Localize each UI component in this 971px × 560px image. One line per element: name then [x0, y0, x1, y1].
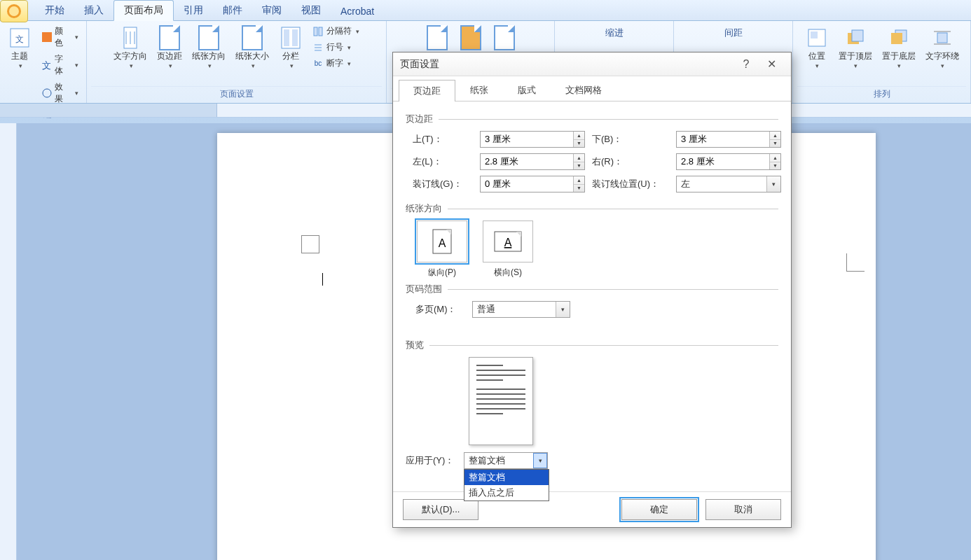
size-label: 纸张大小 [235, 51, 269, 61]
margin-bottom-input[interactable]: ▲▼ [676, 131, 781, 148]
bring-front-label: 置于顶层 [839, 51, 872, 61]
svg-rect-9 [284, 29, 289, 46]
ribbon-tab-5[interactable]: 审阅 [252, 1, 291, 20]
gutter-label: 装订线(G)： [413, 178, 473, 190]
ribbon-tab-3[interactable]: 引用 [174, 1, 213, 20]
section-orientation-title: 纸张方向 [406, 202, 442, 215]
theme-fonts-button[interactable]: 文 字体▾ [38, 52, 82, 78]
themes-button[interactable]: 文 主题 ▾ [4, 24, 35, 71]
bring-front-button[interactable]: 置于顶层▾ [835, 24, 876, 71]
margins-label: 页边距 [157, 51, 182, 61]
hyphenation-label: 断字 [326, 57, 343, 69]
chevron-down-icon: ▾ [556, 302, 570, 317]
multipage-combo[interactable]: 普通▾ [472, 301, 570, 318]
orientation-button[interactable]: 纸张方向▾ [188, 24, 229, 71]
dialog-footer: 默认(D)... 确定 取消 [393, 491, 791, 527]
ribbon-tab-1[interactable]: 插入 [74, 1, 113, 20]
dialog-body: 页边距 上(T)： ▲▼ 下(B)： ▲▼ 左(L)： ▲▼ 右(R)： ▲▼ … [393, 102, 791, 491]
dialog-title: 页面设置 [400, 58, 734, 71]
apply-option-1[interactable]: 插入点之后 [464, 485, 549, 500]
watermark-button[interactable] [422, 24, 453, 52]
theme-colors-button[interactable]: 颜色▾ [38, 24, 82, 50]
group-theme: 文 主题 ▾ 颜色▾ 文 字体▾ 效果▾ 主题 [0, 21, 87, 103]
margin-left-label: 左(L)： [413, 155, 473, 168]
send-back-label: 置于底层 [882, 51, 916, 61]
orientation-landscape[interactable]: A 横向(S) [481, 220, 535, 279]
dialog-tab-3[interactable]: 文档网格 [551, 79, 617, 101]
apply-to-label: 应用于(Y)： [406, 454, 454, 467]
ok-button[interactable]: 确定 [621, 499, 697, 520]
line-numbers-button[interactable]: 行号▾ [309, 40, 363, 55]
group-page-setup-label: 页面设置 [91, 86, 382, 102]
ribbon-tab-7[interactable]: Acrobat [331, 2, 384, 20]
page-border-button[interactable] [489, 24, 520, 52]
text-direction-label: 文字方向 [113, 51, 147, 61]
apply-to-combo[interactable]: 整篇文档 ▾ [464, 452, 548, 469]
theme-colors-label: 颜色 [55, 25, 71, 49]
margin-right-input[interactable]: ▲▼ [676, 153, 781, 170]
hyphenation-button[interactable]: bc 断字▾ [309, 56, 363, 71]
page-setup-dialog: 页面设置 ? ✕ 页边距纸张版式文档网格 页边距 上(T)： ▲▼ 下(B)： … [392, 52, 792, 528]
dialog-tab-2[interactable]: 版式 [503, 79, 551, 101]
margins-button[interactable]: 页边距▾ [153, 24, 186, 71]
columns-button[interactable]: 分栏▾ [275, 24, 306, 71]
section-margins-title: 页边距 [406, 113, 433, 125]
ribbon-tab-0[interactable]: 开始 [35, 1, 74, 20]
spacing-heading: 间距 [724, 24, 743, 39]
cancel-button[interactable]: 取消 [705, 499, 781, 520]
chevron-down-icon: ▾ [533, 453, 547, 468]
ribbon-tabs: 开始插入页面布局引用邮件审阅视图Acrobat [0, 0, 971, 21]
dialog-tab-0[interactable]: 页边距 [399, 80, 455, 102]
position-label: 位置 [808, 51, 825, 61]
margin-top-label: 上(T)： [413, 133, 473, 146]
svg-text:A: A [439, 237, 446, 249]
multipage-label: 多页(M)： [415, 303, 457, 316]
svg-text:文: 文 [42, 60, 51, 70]
section-preview-title: 预览 [406, 339, 424, 351]
margin-top-input[interactable]: ▲▼ [480, 131, 585, 148]
size-button[interactable]: 纸张大小▾ [232, 24, 273, 71]
margin-bottom-label: 下(B)： [592, 133, 669, 146]
text-wrap-button[interactable]: 文字环绕▾ [922, 24, 963, 71]
section-page-range-title: 页码范围 [406, 283, 442, 295]
group-arrange: 位置▾ 置于顶层▾ 置于底层▾ 文字环绕▾ 排列 [793, 21, 971, 103]
svg-rect-11 [314, 27, 317, 36]
ruler-vertical[interactable] [0, 123, 17, 560]
svg-rect-19 [937, 33, 947, 43]
svg-point-6 [43, 89, 51, 97]
svg-rect-4 [42, 32, 52, 42]
svg-text:文: 文 [15, 34, 24, 44]
gutter-pos-combo[interactable]: 左▾ [676, 176, 781, 192]
apply-option-0[interactable]: 整篇文档 [464, 470, 549, 485]
dialog-titlebar[interactable]: 页面设置 ? ✕ [393, 52, 791, 76]
dialog-tabs: 页边距纸张版式文档网格 [393, 76, 791, 102]
close-icon[interactable]: ✕ [759, 55, 784, 74]
text-direction-button[interactable]: 文字方向▾ [110, 24, 151, 71]
margin-right-label: 右(R)： [592, 155, 669, 168]
margin-left-input[interactable]: ▲▼ [480, 153, 585, 170]
svg-rect-14 [811, 31, 818, 38]
breaks-button[interactable]: 分隔符▾ [309, 24, 363, 38]
office-button[interactable] [0, 0, 28, 22]
dialog-tab-1[interactable]: 纸张 [455, 79, 503, 101]
breaks-label: 分隔符 [326, 25, 352, 37]
ribbon-tab-6[interactable]: 视图 [291, 1, 331, 20]
send-back-button[interactable]: 置于底层▾ [879, 24, 919, 71]
ribbon-tab-4[interactable]: 邮件 [213, 1, 252, 20]
default-button[interactable]: 默认(D)... [403, 499, 478, 520]
position-button[interactable]: 位置▾ [801, 24, 832, 71]
ribbon-tab-2[interactable]: 页面布局 [113, 0, 174, 21]
orientation-portrait[interactable]: A 纵向(P) [415, 220, 469, 279]
page-color-button[interactable] [455, 24, 486, 52]
group-arrange-label: 排列 [797, 86, 966, 102]
help-icon[interactable]: ? [734, 55, 759, 74]
orientation-label: 纸张方向 [192, 51, 226, 61]
preview-thumbnail [469, 357, 533, 445]
themes-label: 主题 [11, 51, 28, 61]
theme-effects-button[interactable]: 效果▾ [38, 80, 82, 106]
text-wrap-label: 文字环绕 [925, 51, 959, 61]
svg-rect-10 [292, 29, 298, 46]
chevron-down-icon: ▾ [19, 62, 22, 69]
group-page-setup: 文字方向▾ 页边距▾ 纸张方向▾ 纸张大小▾ 分栏▾ 分隔符▾ [87, 21, 387, 103]
gutter-input[interactable]: ▲▼ [480, 176, 585, 192]
